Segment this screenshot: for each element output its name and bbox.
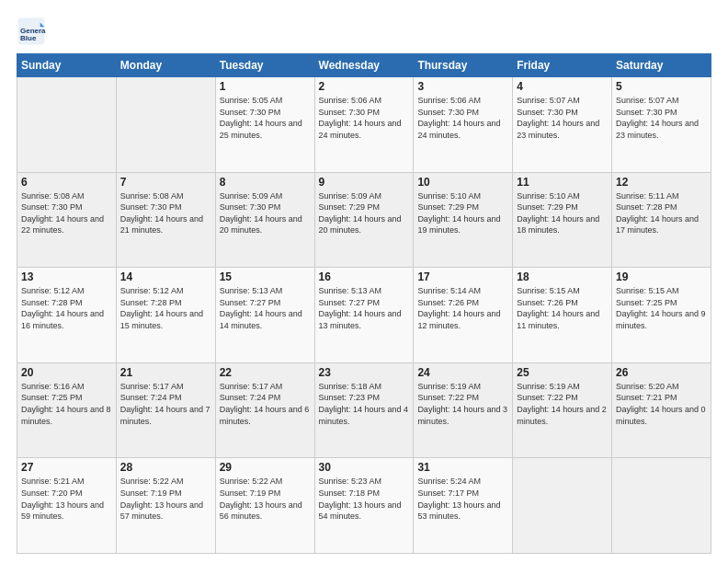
calendar-cell — [612, 458, 711, 554]
day-number: 22 — [220, 366, 311, 379]
calendar-cell: 14Sunrise: 5:12 AM Sunset: 7:28 PM Dayli… — [116, 268, 215, 363]
day-info: Sunrise: 5:19 AM Sunset: 7:22 PM Dayligh… — [417, 381, 508, 427]
calendar-cell: 26Sunrise: 5:20 AM Sunset: 7:21 PM Dayli… — [612, 362, 711, 458]
day-number: 14 — [120, 270, 211, 283]
calendar-cell: 2Sunrise: 5:06 AM Sunset: 7:30 PM Daylig… — [314, 77, 414, 173]
day-number: 12 — [616, 176, 707, 189]
calendar-cell: 27Sunrise: 5:21 AM Sunset: 7:20 PM Dayli… — [17, 458, 117, 554]
day-info: Sunrise: 5:05 AM Sunset: 7:30 PM Dayligh… — [220, 95, 311, 141]
calendar-cell: 21Sunrise: 5:17 AM Sunset: 7:24 PM Dayli… — [116, 362, 215, 458]
header: General Blue — [17, 17, 711, 46]
day-info: Sunrise: 5:10 AM Sunset: 7:29 PM Dayligh… — [417, 190, 508, 236]
day-number: 27 — [21, 461, 112, 474]
day-number: 26 — [616, 366, 707, 379]
day-number: 3 — [417, 80, 508, 93]
day-number: 5 — [616, 80, 707, 93]
header-wednesday: Wednesday — [314, 54, 414, 77]
svg-text:Blue: Blue — [20, 34, 37, 42]
week-row-3: 13Sunrise: 5:12 AM Sunset: 7:28 PM Dayli… — [17, 268, 711, 363]
calendar-cell: 30Sunrise: 5:23 AM Sunset: 7:18 PM Dayli… — [314, 458, 414, 554]
header-saturday: Saturday — [612, 54, 711, 77]
day-info: Sunrise: 5:24 AM Sunset: 7:17 PM Dayligh… — [417, 476, 508, 522]
day-number: 4 — [517, 80, 608, 93]
page: General Blue SundayMondayTuesdayWednesda… — [0, 0, 728, 563]
day-number: 2 — [319, 80, 410, 93]
day-info: Sunrise: 5:17 AM Sunset: 7:24 PM Dayligh… — [120, 381, 211, 427]
header-thursday: Thursday — [414, 54, 513, 77]
calendar-cell: 12Sunrise: 5:11 AM Sunset: 7:28 PM Dayli… — [612, 172, 711, 268]
calendar-header-row: SundayMondayTuesdayWednesdayThursdayFrid… — [17, 54, 711, 77]
calendar-cell: 10Sunrise: 5:10 AM Sunset: 7:29 PM Dayli… — [414, 172, 513, 268]
calendar-cell: 31Sunrise: 5:24 AM Sunset: 7:17 PM Dayli… — [414, 458, 513, 554]
calendar-cell: 4Sunrise: 5:07 AM Sunset: 7:30 PM Daylig… — [513, 77, 612, 173]
calendar-cell: 18Sunrise: 5:15 AM Sunset: 7:26 PM Dayli… — [513, 268, 612, 363]
calendar-cell: 15Sunrise: 5:13 AM Sunset: 7:27 PM Dayli… — [215, 268, 314, 363]
day-number: 1 — [220, 80, 311, 93]
day-info: Sunrise: 5:13 AM Sunset: 7:27 PM Dayligh… — [220, 285, 311, 331]
day-info: Sunrise: 5:21 AM Sunset: 7:20 PM Dayligh… — [21, 476, 112, 522]
calendar-cell — [116, 77, 215, 173]
day-number: 10 — [417, 176, 508, 189]
day-number: 18 — [517, 270, 608, 283]
calendar-cell: 19Sunrise: 5:15 AM Sunset: 7:25 PM Dayli… — [612, 268, 711, 363]
calendar-cell: 20Sunrise: 5:16 AM Sunset: 7:25 PM Dayli… — [17, 362, 117, 458]
day-info: Sunrise: 5:15 AM Sunset: 7:25 PM Dayligh… — [616, 285, 707, 331]
day-info: Sunrise: 5:08 AM Sunset: 7:30 PM Dayligh… — [120, 190, 211, 236]
calendar-cell: 24Sunrise: 5:19 AM Sunset: 7:22 PM Dayli… — [414, 362, 513, 458]
day-number: 17 — [417, 270, 508, 283]
day-number: 19 — [616, 270, 707, 283]
day-info: Sunrise: 5:07 AM Sunset: 7:30 PM Dayligh… — [517, 95, 608, 141]
calendar-cell: 9Sunrise: 5:09 AM Sunset: 7:29 PM Daylig… — [314, 172, 414, 268]
day-info: Sunrise: 5:12 AM Sunset: 7:28 PM Dayligh… — [120, 285, 211, 331]
day-number: 25 — [517, 366, 608, 379]
header-monday: Monday — [116, 54, 215, 77]
day-info: Sunrise: 5:12 AM Sunset: 7:28 PM Dayligh… — [21, 285, 112, 331]
header-tuesday: Tuesday — [215, 54, 314, 77]
calendar-cell: 13Sunrise: 5:12 AM Sunset: 7:28 PM Dayli… — [17, 268, 117, 363]
calendar-cell: 28Sunrise: 5:22 AM Sunset: 7:19 PM Dayli… — [116, 458, 215, 554]
day-number: 6 — [21, 176, 112, 189]
day-info: Sunrise: 5:06 AM Sunset: 7:30 PM Dayligh… — [417, 95, 508, 141]
calendar-cell: 6Sunrise: 5:08 AM Sunset: 7:30 PM Daylig… — [17, 172, 117, 268]
day-info: Sunrise: 5:23 AM Sunset: 7:18 PM Dayligh… — [319, 476, 410, 522]
day-info: Sunrise: 5:18 AM Sunset: 7:23 PM Dayligh… — [319, 381, 410, 427]
calendar-cell: 5Sunrise: 5:07 AM Sunset: 7:30 PM Daylig… — [612, 77, 711, 173]
day-info: Sunrise: 5:10 AM Sunset: 7:29 PM Dayligh… — [517, 190, 608, 236]
logo: General Blue — [17, 17, 50, 46]
day-info: Sunrise: 5:08 AM Sunset: 7:30 PM Dayligh… — [21, 190, 112, 236]
calendar-cell: 7Sunrise: 5:08 AM Sunset: 7:30 PM Daylig… — [116, 172, 215, 268]
day-info: Sunrise: 5:17 AM Sunset: 7:24 PM Dayligh… — [220, 381, 311, 427]
day-info: Sunrise: 5:16 AM Sunset: 7:25 PM Dayligh… — [21, 381, 112, 427]
week-row-4: 20Sunrise: 5:16 AM Sunset: 7:25 PM Dayli… — [17, 362, 711, 458]
day-number: 9 — [319, 176, 410, 189]
day-number: 30 — [319, 461, 410, 474]
day-number: 16 — [319, 270, 410, 283]
logo-icon: General Blue — [17, 17, 46, 46]
day-number: 8 — [220, 176, 311, 189]
calendar-cell — [513, 458, 612, 554]
day-info: Sunrise: 5:15 AM Sunset: 7:26 PM Dayligh… — [517, 285, 608, 331]
day-number: 15 — [220, 270, 311, 283]
day-info: Sunrise: 5:09 AM Sunset: 7:29 PM Dayligh… — [319, 190, 410, 236]
day-number: 11 — [517, 176, 608, 189]
calendar-cell: 8Sunrise: 5:09 AM Sunset: 7:30 PM Daylig… — [215, 172, 314, 268]
calendar-cell: 16Sunrise: 5:13 AM Sunset: 7:27 PM Dayli… — [314, 268, 414, 363]
day-number: 24 — [417, 366, 508, 379]
day-number: 23 — [319, 366, 410, 379]
day-number: 28 — [120, 461, 211, 474]
day-info: Sunrise: 5:13 AM Sunset: 7:27 PM Dayligh… — [319, 285, 410, 331]
week-row-1: 1Sunrise: 5:05 AM Sunset: 7:30 PM Daylig… — [17, 77, 711, 173]
calendar-cell: 25Sunrise: 5:19 AM Sunset: 7:22 PM Dayli… — [513, 362, 612, 458]
calendar-cell: 22Sunrise: 5:17 AM Sunset: 7:24 PM Dayli… — [215, 362, 314, 458]
day-info: Sunrise: 5:07 AM Sunset: 7:30 PM Dayligh… — [616, 95, 707, 141]
day-info: Sunrise: 5:22 AM Sunset: 7:19 PM Dayligh… — [120, 476, 211, 522]
day-info: Sunrise: 5:11 AM Sunset: 7:28 PM Dayligh… — [616, 190, 707, 236]
header-sunday: Sunday — [17, 54, 117, 77]
day-info: Sunrise: 5:06 AM Sunset: 7:30 PM Dayligh… — [319, 95, 410, 141]
calendar-table: SundayMondayTuesdayWednesdayThursdayFrid… — [17, 53, 711, 554]
day-number: 31 — [417, 461, 508, 474]
day-info: Sunrise: 5:09 AM Sunset: 7:30 PM Dayligh… — [220, 190, 311, 236]
calendar-cell: 1Sunrise: 5:05 AM Sunset: 7:30 PM Daylig… — [215, 77, 314, 173]
day-number: 29 — [220, 461, 311, 474]
day-number: 7 — [120, 176, 211, 189]
